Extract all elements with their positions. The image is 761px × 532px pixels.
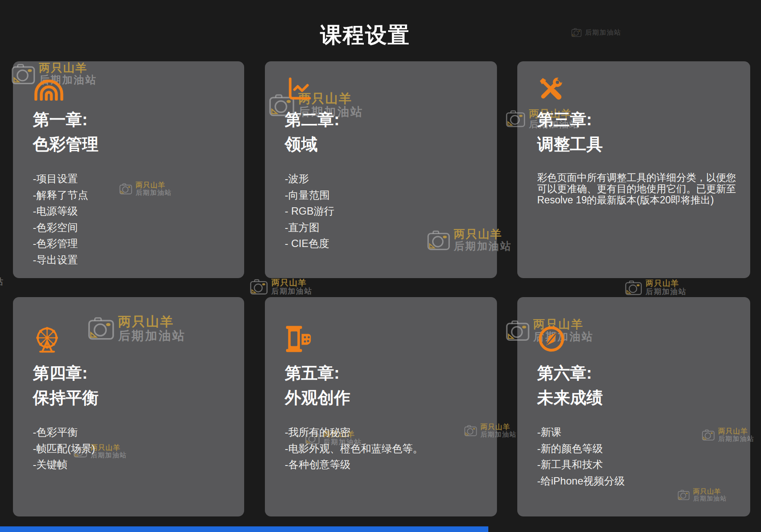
chapter-heading: 第二章: 领域: [285, 108, 477, 157]
chapter-number: 第六章:: [537, 361, 730, 386]
chapter-topics: -色彩平衡 -帧匹配(场景) -关键帧: [33, 424, 224, 473]
list-item: -帧匹配(场景): [33, 440, 224, 457]
chapter-title: 保持平衡: [33, 386, 224, 410]
chapter-number: 第一章:: [33, 108, 224, 132]
chapter-heading: 第六章: 未来成绩: [537, 361, 730, 410]
list-item: -色彩管理: [33, 235, 224, 252]
list-item: -各种创意等级: [285, 456, 477, 473]
camera-watermark-icon: [250, 279, 268, 295]
list-item: -向量范围: [285, 187, 477, 203]
chapter-title: 未来成绩: [537, 386, 730, 410]
list-item: - RGB游行: [285, 203, 477, 219]
watermark-brand: 两只山羊: [646, 279, 687, 288]
list-item: -新的颜色等级: [537, 440, 730, 457]
chapter-card-3: 第三章: 调整工具 彩色页面中所有调整工具的详细分类，以便您可以更准确、更有目的…: [517, 61, 750, 278]
chapter-card-5: 第五章: 外观创作 -我所有的秘密 -电影外观、橙色和蓝绿色等。 -各种创意等级: [265, 297, 497, 516]
watermark-subtitle: 后期加油站: [0, 277, 4, 286]
watermark-brand: 两只山羊: [0, 266, 4, 277]
list-item: -波形: [285, 171, 477, 187]
chapter-number: 第四章:: [33, 361, 224, 386]
list-item: -给iPhone视频分级: [537, 473, 730, 489]
list-item: -我所有的秘密: [285, 424, 477, 440]
chapter-description: 彩色页面中所有调整工具的详细分类，以便您可以更准确、更有目的地使用它们。已更新至…: [537, 172, 736, 206]
rainbow-icon: [33, 76, 224, 101]
watermark: 两只山羊后期加油站: [625, 279, 687, 296]
chapter-number: 第三章:: [537, 108, 730, 132]
compass-icon: [537, 325, 730, 355]
list-item: -关键帧: [33, 456, 224, 473]
chapter-number: 第二章:: [285, 108, 477, 132]
chapter-topics: -我所有的秘密 -电影外观、橙色和蓝绿色等。 -各种创意等级: [285, 424, 477, 473]
list-item: -直方图: [285, 219, 477, 236]
chapter-title: 调整工具: [537, 132, 730, 157]
watermark-brand: 两只山羊: [271, 278, 312, 287]
list-item: -色彩空间: [33, 219, 224, 236]
chapter-card-4: 第四章: 保持平衡 -色彩平衡 -帧匹配(场景) -关键帧: [13, 297, 244, 516]
page-title: 课程设置: [0, 20, 730, 50]
chapter-number: 第五章:: [285, 361, 477, 386]
chapter-title: 领域: [285, 132, 477, 157]
camera-watermark-icon: [625, 280, 642, 295]
list-item: -新工具和技术: [537, 456, 730, 473]
tools-icon: [537, 76, 730, 101]
chapter-title: 外观创作: [285, 386, 477, 410]
list-item: - CIE色度: [285, 235, 477, 252]
chapter-topics: -波形 -向量范围 - RGB游行 -直方图 - CIE色度: [285, 171, 477, 252]
chapter-heading: 第三章: 调整工具: [537, 108, 730, 157]
chart-line-icon: [285, 76, 477, 101]
watermark: 两只山羊后期加油站: [250, 278, 312, 295]
ferris-wheel-icon: [33, 325, 224, 355]
list-item: -电影外观、橙色和蓝绿色等。: [285, 440, 477, 457]
chapter-heading: 第五章: 外观创作: [285, 361, 477, 410]
chapter-card-6: 第六章: 未来成绩 -新课 -新的颜色等级 -新工具和技术 -给iPhone视频…: [517, 297, 750, 516]
list-item: -新课: [537, 424, 730, 440]
film-roll-icon: [285, 325, 477, 355]
watermark-subtitle: 后期加油站: [271, 287, 312, 295]
list-item: -色彩平衡: [33, 424, 224, 440]
list-item: -项目设置: [33, 171, 224, 187]
chapter-topics: -项目设置 -解释了节点 -电源等级 -色彩空间 -色彩管理 -导出设置: [33, 171, 224, 268]
watermark-subtitle: 后期加油站: [646, 288, 687, 296]
chapter-heading: 第四章: 保持平衡: [33, 361, 224, 410]
list-item: -电源等级: [33, 203, 224, 219]
chapter-title: 色彩管理: [33, 132, 224, 157]
chapter-heading: 第一章: 色彩管理: [33, 108, 224, 157]
watermark: 两只山羊后期加油站: [0, 266, 4, 286]
chapter-card-1: 第一章: 色彩管理 -项目设置 -解释了节点 -电源等级 -色彩空间 -色彩管理…: [13, 61, 244, 278]
chapter-card-2: 第二章: 领域 -波形 -向量范围 - RGB游行 -直方图 - CIE色度: [265, 61, 497, 278]
progress-bar[interactable]: [0, 526, 488, 532]
chapter-topics: -新课 -新的颜色等级 -新工具和技术 -给iPhone视频分级: [537, 424, 730, 489]
list-item: -解释了节点: [33, 187, 224, 203]
list-item: -导出设置: [33, 252, 224, 268]
